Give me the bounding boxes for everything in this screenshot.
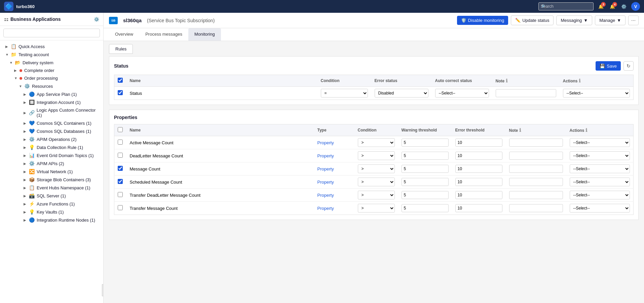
update-status-button[interactable]: ✏️ Update status — [511, 15, 554, 25]
actions-info-icon2[interactable]: ℹ — [585, 127, 587, 133]
prop-warning-input-5[interactable] — [402, 204, 449, 212]
manage-button[interactable]: Manage ▼ — [595, 15, 626, 25]
status-auto-correct-select[interactable]: --Select--YesNo — [435, 89, 489, 98]
prop-row-checkbox-0[interactable] — [118, 140, 123, 145]
messaging-button[interactable]: Messaging ▼ — [556, 15, 592, 25]
prop-error-input-2[interactable] — [455, 165, 502, 173]
user-avatar[interactable]: V — [631, 2, 640, 11]
sidebar-item-sql-server[interactable]: ▶ 🗃️ SQL Server (1) — [0, 192, 103, 200]
status-condition-select[interactable]: =!=>< — [321, 89, 368, 98]
prop-row-checkbox-2[interactable] — [118, 166, 123, 171]
sidebar-item-virtual-network[interactable]: ▶ 🔀 Virtual Network (1) — [0, 167, 103, 176]
sidebar-item-testing-account[interactable]: ▼ 📁 Testing account — [0, 50, 103, 59]
prop-note-input-4[interactable] — [509, 191, 563, 199]
prop-actions-select-5[interactable]: --Select--EmailWebhook — [570, 204, 630, 213]
note-info-icon[interactable]: ℹ — [506, 78, 507, 83]
prop-condition-select-4[interactable]: ><=!= — [358, 191, 395, 199]
prop-actions-select-3[interactable]: --Select--EmailWebhook — [570, 178, 630, 186]
prop-actions-select-4[interactable]: --Select--EmailWebhook — [570, 191, 630, 199]
sidebar-item-integration-runtime[interactable]: ▶ 🔵 Integration Runtime Nodes (1) — [0, 216, 103, 224]
sidebar-search-input[interactable] — [3, 29, 100, 37]
prop-condition-select-2[interactable]: ><=!= — [358, 164, 395, 173]
sidebar-item-label: Virtual Network (1) — [37, 169, 73, 174]
prop-note-input-5[interactable] — [509, 204, 563, 212]
sidebar-item-cosmos-sql-containers[interactable]: ▶ 💙 Cosmos SQL Containers (1) — [0, 119, 103, 127]
prop-condition-select-1[interactable]: ><=!= — [358, 151, 395, 160]
sidebar-item-key-vaults[interactable]: ▶ 💡 Key Vaults (1) — [0, 208, 103, 216]
tab-monitoring[interactable]: Monitoring — [188, 28, 221, 41]
prop-warning-input-3[interactable] — [402, 178, 449, 186]
prop-error-input-5[interactable] — [455, 204, 502, 212]
sidebar-item-order-processing[interactable]: ▼ Order processing — [0, 74, 103, 82]
table-row: Status =!=>< DisabledEnabled — [114, 87, 634, 100]
sidebar-item-data-collection-rule[interactable]: ▶ 💡 Data Collection Rule (1) — [0, 143, 103, 151]
prop-condition-select-3[interactable]: ><=!= — [358, 178, 395, 186]
prop-note-input-0[interactable] — [509, 139, 563, 147]
sidebar-item-event-hubs[interactable]: ▶ 📋 Event Hubs Namespace (1) — [0, 184, 103, 192]
more-options-button[interactable]: ⋯ — [628, 15, 639, 25]
prop-row-checkbox-3[interactable] — [118, 179, 123, 184]
select-all-props-checkbox[interactable] — [118, 127, 123, 132]
sidebar-settings-button[interactable]: ⚙️ — [94, 17, 99, 22]
chevron-icon: ▶ — [24, 210, 28, 214]
notifications-button[interactable]: 🔔 3 — [597, 3, 605, 10]
sidebar-item-apim-operations[interactable]: ▶ ⚙️ APIM Operations (2) — [0, 135, 103, 143]
sidebar-item-logic-apps-connector[interactable]: ▶ 🔗 Logic Apps Custom Connector (1) — [0, 106, 103, 119]
chevron-icon: ▶ — [24, 111, 28, 115]
sidebar-item-label: Data Collection Rule (1) — [37, 145, 83, 150]
prop-row-checkbox-5[interactable] — [118, 205, 123, 210]
disable-monitoring-button[interactable]: 🛡️ Disable monitoring — [457, 16, 508, 25]
settings-button[interactable]: ⚙️ — [620, 3, 628, 10]
status-actions-select[interactable]: --Select--EmailWebhook — [563, 89, 630, 98]
sidebar-item-delivery-system[interactable]: ▼ 📂 Delivery system — [0, 59, 103, 67]
sidebar-item-azure-functions[interactable]: ▶ ⚡ Azure Functions (1) — [0, 200, 103, 208]
tab-overview[interactable]: Overview — [109, 28, 139, 41]
prop-note-input-3[interactable] — [509, 178, 563, 186]
prop-error-input-0[interactable] — [455, 139, 502, 147]
tab-process-messages[interactable]: Process messages — [139, 28, 188, 41]
prop-error-input-3[interactable] — [455, 178, 502, 186]
prop-actions-select-2[interactable]: --Select--EmailWebhook — [570, 164, 630, 173]
edit-icon: ✏️ — [515, 18, 521, 23]
chevron-icon: ▶ — [24, 218, 28, 222]
sidebar-item-storage-blob[interactable]: ▶ 📦 Storage Blob Containers (3) — [0, 176, 103, 184]
prop-condition-select-5[interactable]: ><=!= — [358, 204, 395, 213]
prop-actions-select-0[interactable]: --Select--EmailWebhook — [570, 138, 630, 147]
search-input[interactable] — [538, 2, 594, 10]
prop-warning-input-2[interactable] — [402, 165, 449, 173]
prop-warning-input-4[interactable] — [402, 191, 449, 199]
sidebar-item-app-service-plan[interactable]: ▶ 🔵 App Service Plan (1) — [0, 90, 103, 98]
sidebar-item-resources[interactable]: ▼ ⚙️ Resources — [0, 82, 103, 90]
note-info-icon2[interactable]: ℹ — [519, 127, 521, 133]
status-row-checkbox[interactable] — [118, 90, 123, 95]
sidebar-item-complete-order[interactable]: ▶ Complete order — [0, 67, 103, 74]
sidebar-item-cosmos-sql-databases[interactable]: ▶ 💙 Cosmos SQL Databases (1) — [0, 127, 103, 135]
prop-error-input-1[interactable] — [455, 152, 502, 160]
prop-row-checkbox-4[interactable] — [118, 192, 123, 197]
prop-row-checkbox-1[interactable] — [118, 153, 123, 158]
sidebar-item-apim-apis[interactable]: ▶ ⚙️ APIM APIs (2) — [0, 159, 103, 167]
sidebar-search-area — [0, 26, 103, 40]
status-error-status-select[interactable]: DisabledEnabled — [375, 89, 428, 98]
prop-condition-select-0[interactable]: ><=!= — [358, 138, 395, 147]
prop-warning-input-0[interactable] — [402, 139, 449, 147]
prop-error-input-4[interactable] — [455, 191, 502, 199]
storage-icon: 📦 — [29, 177, 35, 182]
sidebar-item-event-grid[interactable]: ▶ 📊 Event Grid Domain Topics (1) — [0, 151, 103, 159]
rules-label[interactable]: Rules — [109, 44, 133, 54]
prop-actions-select-1[interactable]: --Select--EmailWebhook — [570, 151, 630, 160]
chevron-icon: ▼ — [9, 61, 13, 65]
prop-note-input-2[interactable] — [509, 165, 563, 173]
refresh-button[interactable]: ↻ — [623, 61, 634, 71]
sidebar-item-quick-access[interactable]: ▶ 📋 Quick Access — [0, 42, 103, 50]
prop-warning-input-1[interactable] — [402, 152, 449, 160]
sidebar-item-integration-account[interactable]: ▶ 🔲 Integration Account (1) — [0, 98, 103, 106]
actions-info-icon[interactable]: ℹ — [579, 78, 580, 83]
save-button[interactable]: 💾 Save — [596, 61, 621, 71]
app-logo[interactable]: 🔷 turbo360 — [4, 2, 35, 11]
status-note-input[interactable] — [496, 89, 556, 97]
select-all-status-checkbox[interactable] — [118, 78, 123, 83]
alerts-button[interactable]: 🔔 4 — [608, 3, 616, 10]
sql-icon: 🗃️ — [29, 193, 35, 198]
prop-note-input-1[interactable] — [509, 152, 563, 160]
